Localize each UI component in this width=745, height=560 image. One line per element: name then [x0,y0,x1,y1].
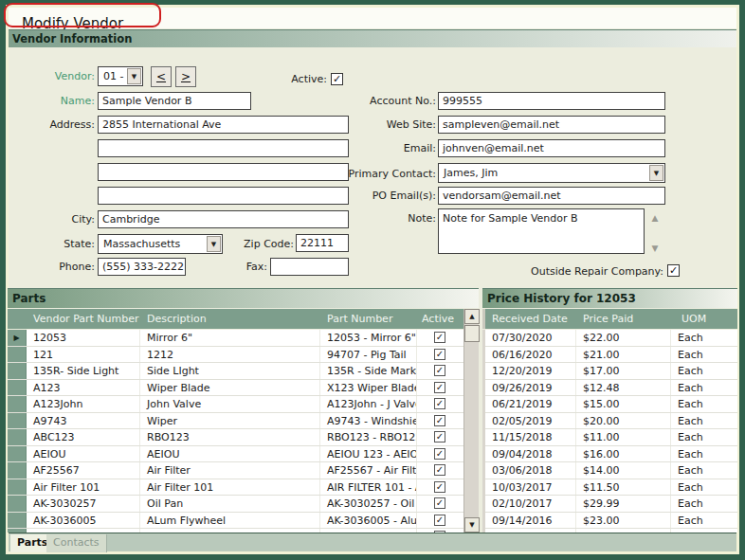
city-label: City: [19,213,95,226]
active-checkbox[interactable]: ✓ [331,73,343,85]
cell-vpn: AEIOU [27,446,140,462]
parts-table-row[interactable]: A123JohnJohn ValveA123John - J Valve✓ [8,396,463,413]
previous-vendor-button[interactable]: < [151,66,172,87]
cell-vpn: 135R- Side Light [27,363,140,379]
row-selector[interactable] [8,396,27,412]
outside-repair-checkbox[interactable]: ✓ [667,264,680,277]
chevron-down-icon[interactable]: ▼ [207,236,221,252]
cell-price: $11.00 [576,429,671,445]
row-selector[interactable] [8,496,27,512]
cell-active: ✓ [417,347,463,363]
row-selector[interactable] [8,363,27,379]
parts-table-row[interactable]: A9743WiperA9743 - Windshield W✓ [8,413,463,430]
active-checkbox[interactable]: ✓ [434,415,445,426]
scroll-down-icon[interactable]: ▼ [464,517,480,533]
phone-input[interactable]: (555) 333-2222 [98,258,186,276]
row-selector[interactable] [8,429,27,445]
cell-uom: Each [671,413,737,429]
active-checkbox[interactable]: ✓ [434,365,445,376]
state-select[interactable]: Massachusetts ▼ [98,234,223,254]
fax-input[interactable] [270,258,349,276]
row-selector[interactable] [8,446,27,462]
active-checkbox[interactable]: ✓ [434,481,445,493]
name-input[interactable]: Sample Vendor B [98,92,251,110]
parts-table-row[interactable]: AK-3036005ALum FlywheelAK-3036005 - Alum… [8,513,463,530]
parts-table-row[interactable]: 121121294707 - Pig Tail✓ [8,347,463,364]
account-no-input[interactable]: 999555 [438,92,665,110]
cell-desc: Side LIght [140,363,320,379]
address-input-1[interactable]: 2855 International Ave [98,116,349,134]
price-history-row[interactable]: 10/03/2017$11.50Each [485,479,737,497]
cell-active: ✓ [417,396,463,412]
row-selector[interactable] [8,479,27,496]
price-history-row[interactable]: 02/10/2017$29.99Each [485,496,737,513]
price-history-row[interactable]: 06/21/2019$15.00Each [485,396,737,413]
scroll-up-icon[interactable]: ▲ [464,309,480,324]
vendor-select[interactable]: 01 - ▼ [98,66,143,86]
website-input[interactable]: sampleven@email.net [438,116,665,134]
cell-price: $14.00 [576,462,671,479]
active-checkbox[interactable]: ✓ [434,448,445,460]
cell-date: 09/04/2018 [485,446,576,462]
active-checkbox[interactable]: ✓ [434,515,445,526]
address-label: Address: [19,118,95,132]
address-input-4[interactable] [98,187,349,205]
tab-contacts[interactable]: Contacts [46,534,107,552]
next-vendor-button[interactable]: > [175,66,196,87]
price-history-row[interactable]: 06/16/2020$21.00Each [485,347,737,364]
cell-vpn: AK-3030257 [27,496,140,512]
active-checkbox[interactable]: ✓ [434,382,445,393]
cell-vpn: AK-3036005 [27,513,140,529]
row-selector[interactable] [8,413,27,429]
zip-input[interactable]: 22111 [296,234,349,252]
parts-table-row[interactable]: ABC123RBO123RBO123 - RBO123✓ [8,429,463,446]
primary-contact-select[interactable]: James, Jim ▼ [438,163,665,183]
active-checkbox[interactable]: ✓ [434,349,445,360]
row-selector[interactable] [8,380,27,396]
parts-table-row[interactable]: 135R- Side LightSide LIght135R - Side Ma… [8,363,463,380]
active-checkbox[interactable]: ✓ [434,431,445,443]
price-history-row[interactable]: 11/15/2018$11.00Each [485,429,737,446]
note-textarea[interactable]: Note for Sample Vendor B [438,208,645,254]
phone-label: Phone: [19,261,95,274]
price-history-row[interactable]: 09/26/2019$12.48Each [485,380,737,397]
scroll-up-icon[interactable]: ▲ [648,212,662,224]
price-history-row[interactable]: 09/14/2016$23.00Each [485,513,737,530]
email-input[interactable]: johnven@email.net [438,139,665,157]
parts-table-row[interactable]: AEIOUAEIOUAEIOU 123 - AEIOU 1✓ [8,446,463,463]
active-checkbox[interactable]: ✓ [434,332,445,343]
cell-desc: AEIOU [140,446,320,462]
parts-table-row[interactable]: A123Wiper BladeX123 Wiper Blade - W✓ [8,380,463,397]
price-history-row[interactable]: 12/20/2019$17.00Each [485,363,737,380]
parts-table-row[interactable]: ▶12053Mirror 6"12053 - Mirror 6"✓ [8,330,463,347]
scroll-down-icon[interactable]: ▼ [648,243,662,254]
address-input-3[interactable] [98,163,349,181]
row-selector[interactable] [8,462,27,479]
scrollbar-thumb[interactable] [464,325,480,342]
row-selector[interactable] [8,513,27,529]
cell-vpn: 121 [27,347,140,363]
row-selector-arrow-icon[interactable]: ▶ [8,330,27,346]
cell-price: $29.99 [576,496,671,512]
address-input-2[interactable] [98,139,349,157]
active-checkbox[interactable]: ✓ [434,398,445,409]
price-history-row[interactable]: 03/06/2018$14.00Each [485,462,737,479]
row-selector[interactable] [8,347,27,363]
chevron-down-icon[interactable]: ▼ [649,165,663,181]
name-label: Name: [19,95,95,108]
cell-pn: A9743 - Windshield W [320,413,417,429]
price-history-row[interactable]: 07/30/2020$22.00Each [485,330,737,347]
city-input[interactable]: Cambridge [98,210,349,228]
parts-table-row[interactable]: Air Filter 101Air Filter 101AIR FILTER 1… [8,479,463,497]
chevron-down-icon[interactable]: ▼ [127,68,141,84]
col-uom: UOM [681,309,706,329]
active-checkbox[interactable]: ✓ [434,497,445,509]
active-checkbox[interactable]: ✓ [434,464,445,476]
parts-scrollbar[interactable]: ▲ ▼ [463,309,479,533]
parts-table-row[interactable]: AK-3030257Oil PanAK-3030257 - Oil Pan✓ [8,496,463,513]
po-email-input[interactable]: vendorsam@email.net [438,187,665,205]
price-history-row[interactable]: 09/04/2018$16.00Each [485,446,737,463]
cell-active: ✓ [417,363,463,379]
price-history-row[interactable]: 02/05/2019$20.00Each [485,413,737,430]
parts-table-row[interactable]: AF25567Air FilterAF25567 - Air Filter✓ [8,462,463,479]
